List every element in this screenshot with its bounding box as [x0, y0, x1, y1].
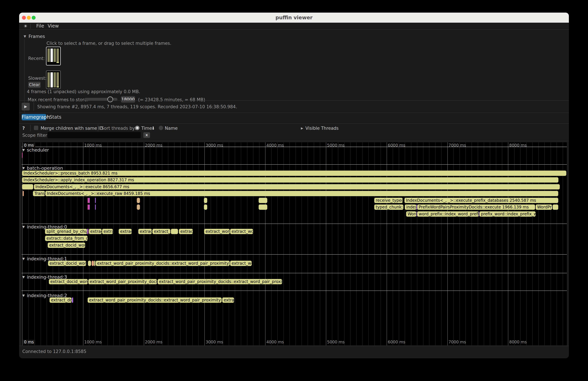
scope-bar[interactable]: receive_typed_ [374, 198, 403, 203]
flamegraph-canvas[interactable]: 0 ms0 ms1000 ms1000 ms2000 ms2000 ms3000… [22, 142, 567, 345]
frame-bar[interactable] [57, 72, 59, 87]
scope-bar[interactable] [259, 198, 267, 203]
scope-bar[interactable]: WordPr [536, 204, 552, 210]
scope-bar[interactable]: typed_chunk::w [374, 204, 403, 210]
scope-bar[interactable] [171, 229, 178, 234]
max-frames-value[interactable]: 18000 [121, 96, 135, 103]
scope-bar[interactable]: prefix_word::index_prefix_wo [480, 211, 536, 217]
max-frames-slider-knob[interactable] [107, 97, 113, 102]
visible-threads-header[interactable]: Visible Threads [305, 126, 339, 131]
scope-bar[interactable]: extract::data_from_ob [45, 236, 88, 241]
sort-direction-arrow-icon[interactable]: ⬇ [151, 126, 155, 131]
scope-bar[interactable] [95, 204, 96, 210]
menu-view[interactable]: View [48, 23, 59, 30]
merge-children-checkbox[interactable] [34, 126, 38, 130]
collapse-triangle-icon[interactable]: ▼ [22, 225, 25, 229]
clear-button[interactable]: Clear [28, 82, 41, 88]
scope-bar[interactable]: IndexScheduler>::apply_index_operation 8… [22, 177, 558, 183]
scope-filter-input[interactable] [47, 132, 141, 138]
thread-header[interactable]: ▼batch-operation [22, 166, 63, 171]
scope-bar[interactable]: extract [179, 229, 193, 234]
tab-stats[interactable]: Stats [48, 114, 63, 120]
slowest-frames-thumbnail[interactable] [46, 70, 61, 89]
scope-bar[interactable]: extract_ [138, 229, 152, 234]
scope-bar[interactable]: extract_docid_word [48, 261, 86, 266]
scope-bar[interactable]: extract_docid_word [48, 243, 85, 248]
scope-bar[interactable]: extract_wo [230, 261, 252, 266]
frames-header[interactable]: Frames [28, 34, 45, 39]
scope-bar[interactable] [417, 211, 417, 217]
frame-bar[interactable] [54, 72, 56, 87]
scope-bar[interactable]: split_grenad_by_chun [45, 229, 87, 234]
scope-bar[interactable] [92, 261, 94, 266]
scope-bar[interactable] [72, 297, 73, 303]
frame-bar[interactable] [47, 48, 50, 62]
collapse-triangle-icon[interactable]: ▼ [22, 294, 25, 297]
scope-bar[interactable] [22, 152, 23, 158]
collapse-triangle-icon[interactable]: ▼ [22, 257, 25, 260]
frame-bar[interactable] [47, 72, 50, 87]
clear-filter-button[interactable]: x [143, 132, 150, 138]
scope-bar[interactable] [553, 204, 558, 210]
scope-bar[interactable] [23, 191, 24, 196]
scope-bar[interactable]: extract_doc [49, 297, 72, 303]
scope-bar[interactable]: extract_word_pair_proximity_docids::extr… [88, 297, 222, 303]
scope-bar[interactable] [204, 198, 207, 203]
merge-children-label[interactable]: Merge children with same ID [41, 126, 103, 131]
frame-bar[interactable] [54, 48, 56, 62]
scope-bar[interactable] [204, 204, 207, 210]
scope-bar[interactable] [88, 229, 88, 234]
collapse-triangle-icon[interactable]: ▼ [22, 275, 25, 279]
menu-file[interactable]: File [36, 23, 44, 30]
scope-bar[interactable]: Trans [33, 191, 45, 196]
scope-bar[interactable]: extract_word [204, 229, 230, 234]
sort-name-label[interactable]: Name [165, 126, 178, 131]
scope-bar[interactable]: IndexScheduler>::process_batch 8953.821 … [22, 170, 566, 176]
scope-bar[interactable]: extract_docid_word [49, 279, 88, 284]
scope-bar[interactable] [95, 198, 96, 203]
selected-frame-bar[interactable] [50, 72, 53, 87]
tab-flamegraph[interactable]: Flamegraph [22, 114, 46, 120]
scope-bar[interactable] [259, 204, 267, 210]
scope-bar[interactable]: extract_wo [230, 229, 253, 234]
scope-bar[interactable]: extrac [119, 229, 132, 234]
scope-bar[interactable] [137, 204, 140, 210]
play-button[interactable]: ▶ [22, 103, 30, 110]
scope-bar[interactable]: IndexDocuments<_, _>::execute_prefix_dat… [404, 198, 558, 203]
scope-bar[interactable] [88, 261, 91, 266]
selected-frame-bar[interactable] [50, 48, 53, 62]
scope-bar[interactable] [137, 198, 140, 203]
scope-bar[interactable] [94, 261, 95, 266]
scope-bar[interactable]: extract [89, 229, 102, 234]
visible-threads-triangle-icon[interactable]: ▶ [301, 127, 303, 130]
scope-bar[interactable] [89, 204, 90, 210]
scope-bar[interactable]: extract_word_pair_proximity_docids::extr… [96, 261, 230, 266]
scope-bar[interactable]: extra [102, 229, 113, 234]
scope-bar[interactable]: extract_ [152, 229, 170, 234]
sort-time-radio[interactable] [135, 126, 139, 130]
scope-bar[interactable] [416, 204, 417, 210]
scope-bar[interactable]: PrefixWordPairsProximityDocids::execute … [417, 204, 535, 210]
recent-frames-thumbnail[interactable] [46, 47, 61, 65]
theme-sun-icon[interactable]: ☀ [22, 23, 29, 30]
help-button[interactable]: ? [22, 126, 25, 131]
time-tick-label: 8000 ms [509, 340, 527, 344]
scope-bar[interactable]: extract_word_pair_proximity_docids [88, 279, 157, 284]
scope-bar[interactable] [22, 184, 33, 190]
collapse-triangle-icon[interactable]: ▼ [24, 34, 26, 38]
sort-time-label[interactable]: Time [141, 126, 152, 131]
scope-bar[interactable]: index [405, 204, 416, 210]
scope-bar[interactable]: Word [406, 211, 416, 217]
collapse-triangle-icon[interactable]: ▼ [22, 148, 25, 152]
scope-bar[interactable]: word_prefix::index_word_prefix_ [417, 211, 479, 217]
scope-bar[interactable]: IndexDocuments<_, _>::execute_raw 8459.1… [45, 191, 558, 196]
thread-header[interactable]: ▼scheduler [22, 147, 49, 152]
sort-name-radio[interactable] [159, 126, 163, 130]
collapse-triangle-icon[interactable]: ▼ [22, 166, 25, 170]
scope-bar[interactable]: extract_word_pair_proximity_docids::extr… [158, 279, 282, 284]
scope-bar[interactable]: extrac [222, 297, 234, 303]
scope-bar[interactable] [89, 198, 90, 203]
scope-bar[interactable]: IndexDocuments<_, _>::execute 8656.677 m… [34, 184, 560, 190]
scope-bar[interactable] [479, 211, 479, 217]
frame-bar[interactable] [57, 48, 59, 63]
